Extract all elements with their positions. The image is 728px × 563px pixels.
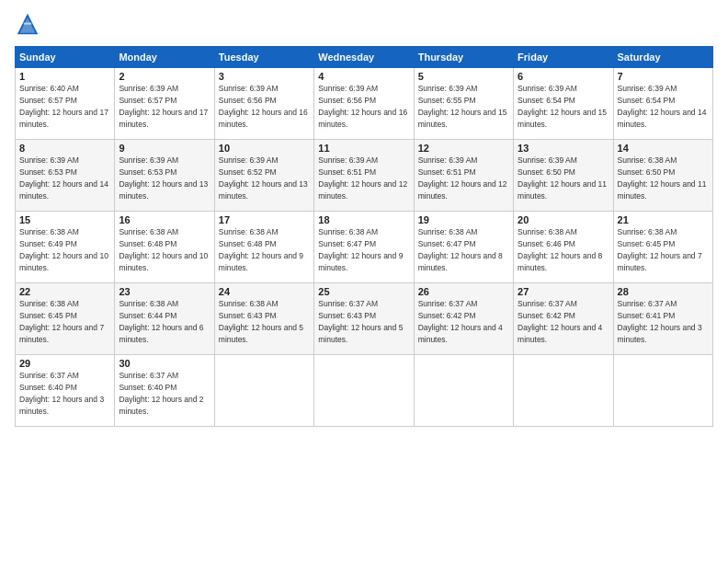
day-info: Sunrise: 6:37 AMSunset: 6:41 PMDaylight:…	[618, 299, 702, 344]
calendar-cell: 23 Sunrise: 6:38 AMSunset: 6:44 PMDaylig…	[115, 283, 214, 355]
calendar-cell: 2 Sunrise: 6:39 AMSunset: 6:57 PMDayligh…	[115, 68, 214, 140]
day-info: Sunrise: 6:39 AMSunset: 6:54 PMDaylight:…	[618, 84, 707, 129]
calendar-week-row: 8 Sunrise: 6:39 AMSunset: 6:53 PMDayligh…	[16, 140, 713, 212]
calendar-day-header: Thursday	[414, 47, 513, 68]
calendar-day-header: Monday	[115, 47, 214, 68]
day-info: Sunrise: 6:39 AMSunset: 6:51 PMDaylight:…	[418, 155, 507, 201]
day-info: Sunrise: 6:38 AMSunset: 6:47 PMDaylight:…	[318, 227, 403, 272]
calendar-cell: 15 Sunrise: 6:38 AMSunset: 6:49 PMDaylig…	[16, 212, 115, 283]
day-number: 20	[518, 214, 609, 225]
logo	[15, 11, 46, 37]
day-info: Sunrise: 6:39 AMSunset: 6:56 PMDaylight:…	[219, 84, 308, 129]
logo-icon	[15, 11, 40, 37]
day-info: Sunrise: 6:39 AMSunset: 6:55 PMDaylight:…	[418, 84, 507, 129]
day-info: Sunrise: 6:39 AMSunset: 6:53 PMDaylight:…	[19, 155, 108, 201]
calendar-cell: 9 Sunrise: 6:39 AMSunset: 6:53 PMDayligh…	[115, 140, 214, 212]
day-number: 18	[318, 214, 409, 225]
day-info: Sunrise: 6:38 AMSunset: 6:44 PMDaylight:…	[119, 299, 203, 344]
calendar-cell: 26 Sunrise: 6:37 AMSunset: 6:42 PMDaylig…	[414, 283, 513, 355]
calendar-day-header: Sunday	[16, 47, 115, 68]
day-number: 25	[318, 286, 409, 297]
calendar-day-header: Saturday	[613, 47, 712, 68]
calendar-cell: 28 Sunrise: 6:37 AMSunset: 6:41 PMDaylig…	[613, 283, 712, 355]
day-number: 15	[19, 214, 110, 225]
calendar-week-row: 22 Sunrise: 6:38 AMSunset: 6:45 PMDaylig…	[16, 283, 713, 355]
calendar-cell	[214, 355, 313, 427]
day-number: 6	[518, 71, 609, 82]
page-header	[15, 11, 713, 37]
day-number: 5	[418, 71, 509, 82]
day-number: 1	[19, 71, 110, 82]
calendar-header-row: SundayMondayTuesdayWednesdayThursdayFrid…	[16, 47, 713, 68]
day-number: 22	[19, 286, 110, 297]
calendar-cell: 4 Sunrise: 6:39 AMSunset: 6:56 PMDayligh…	[314, 68, 414, 140]
day-number: 26	[418, 286, 509, 297]
day-info: Sunrise: 6:38 AMSunset: 6:48 PMDaylight:…	[219, 227, 303, 272]
day-info: Sunrise: 6:39 AMSunset: 6:52 PMDaylight:…	[219, 155, 308, 201]
day-info: Sunrise: 6:37 AMSunset: 6:42 PMDaylight:…	[518, 299, 602, 344]
calendar-cell: 27 Sunrise: 6:37 AMSunset: 6:42 PMDaylig…	[514, 283, 613, 355]
calendar-cell: 3 Sunrise: 6:39 AMSunset: 6:56 PMDayligh…	[214, 68, 313, 140]
day-number: 8	[19, 143, 110, 154]
day-info: Sunrise: 6:39 AMSunset: 6:50 PMDaylight:…	[518, 155, 607, 201]
calendar-cell: 6 Sunrise: 6:39 AMSunset: 6:54 PMDayligh…	[514, 68, 613, 140]
calendar-cell: 17 Sunrise: 6:38 AMSunset: 6:48 PMDaylig…	[214, 212, 313, 283]
day-info: Sunrise: 6:39 AMSunset: 6:53 PMDaylight:…	[119, 155, 208, 201]
calendar-cell	[613, 355, 712, 427]
calendar-cell: 25 Sunrise: 6:37 AMSunset: 6:43 PMDaylig…	[314, 283, 414, 355]
day-info: Sunrise: 6:37 AMSunset: 6:42 PMDaylight:…	[418, 299, 503, 344]
day-number: 17	[219, 214, 310, 225]
calendar-cell: 11 Sunrise: 6:39 AMSunset: 6:51 PMDaylig…	[314, 140, 414, 212]
calendar-cell: 24 Sunrise: 6:38 AMSunset: 6:43 PMDaylig…	[214, 283, 313, 355]
calendar-cell: 20 Sunrise: 6:38 AMSunset: 6:46 PMDaylig…	[514, 212, 613, 283]
calendar-day-header: Wednesday	[314, 47, 414, 68]
day-info: Sunrise: 6:39 AMSunset: 6:51 PMDaylight:…	[318, 155, 407, 201]
day-number: 12	[418, 143, 509, 154]
calendar-cell: 19 Sunrise: 6:38 AMSunset: 6:47 PMDaylig…	[414, 212, 513, 283]
day-number: 10	[219, 143, 310, 154]
day-number: 14	[618, 143, 709, 154]
calendar-cell: 1 Sunrise: 6:40 AMSunset: 6:57 PMDayligh…	[16, 68, 115, 140]
day-number: 13	[518, 143, 609, 154]
calendar-cell: 5 Sunrise: 6:39 AMSunset: 6:55 PMDayligh…	[414, 68, 513, 140]
day-number: 29	[19, 358, 110, 369]
calendar-cell: 7 Sunrise: 6:39 AMSunset: 6:54 PMDayligh…	[613, 68, 712, 140]
day-info: Sunrise: 6:37 AMSunset: 6:40 PMDaylight:…	[119, 371, 203, 416]
calendar-cell: 12 Sunrise: 6:39 AMSunset: 6:51 PMDaylig…	[414, 140, 513, 212]
calendar-cell: 16 Sunrise: 6:38 AMSunset: 6:48 PMDaylig…	[115, 212, 214, 283]
day-info: Sunrise: 6:39 AMSunset: 6:57 PMDaylight:…	[119, 84, 208, 129]
calendar-week-row: 15 Sunrise: 6:38 AMSunset: 6:49 PMDaylig…	[16, 212, 713, 283]
day-info: Sunrise: 6:38 AMSunset: 6:43 PMDaylight:…	[219, 299, 303, 344]
calendar-cell: 29 Sunrise: 6:37 AMSunset: 6:40 PMDaylig…	[16, 355, 115, 427]
calendar-cell	[514, 355, 613, 427]
day-info: Sunrise: 6:39 AMSunset: 6:54 PMDaylight:…	[518, 84, 607, 129]
calendar-day-header: Tuesday	[214, 47, 313, 68]
day-number: 24	[219, 286, 310, 297]
calendar-week-row: 1 Sunrise: 6:40 AMSunset: 6:57 PMDayligh…	[16, 68, 713, 140]
day-number: 7	[618, 71, 709, 82]
calendar-cell: 18 Sunrise: 6:38 AMSunset: 6:47 PMDaylig…	[314, 212, 414, 283]
calendar-cell: 22 Sunrise: 6:38 AMSunset: 6:45 PMDaylig…	[16, 283, 115, 355]
calendar-cell: 14 Sunrise: 6:38 AMSunset: 6:50 PMDaylig…	[613, 140, 712, 212]
day-info: Sunrise: 6:38 AMSunset: 6:45 PMDaylight:…	[618, 227, 702, 272]
day-info: Sunrise: 6:38 AMSunset: 6:47 PMDaylight:…	[418, 227, 503, 272]
calendar-cell: 13 Sunrise: 6:39 AMSunset: 6:50 PMDaylig…	[514, 140, 613, 212]
calendar-cell: 8 Sunrise: 6:39 AMSunset: 6:53 PMDayligh…	[16, 140, 115, 212]
day-info: Sunrise: 6:38 AMSunset: 6:48 PMDaylight:…	[119, 227, 208, 272]
day-info: Sunrise: 6:37 AMSunset: 6:43 PMDaylight:…	[318, 299, 403, 344]
day-number: 23	[119, 286, 210, 297]
day-number: 11	[318, 143, 409, 154]
calendar-week-row: 29 Sunrise: 6:37 AMSunset: 6:40 PMDaylig…	[16, 355, 713, 427]
day-number: 21	[618, 214, 709, 225]
day-number: 19	[418, 214, 509, 225]
calendar-day-header: Friday	[514, 47, 613, 68]
calendar-cell	[414, 355, 513, 427]
day-number: 16	[119, 214, 210, 225]
calendar-cell: 21 Sunrise: 6:38 AMSunset: 6:45 PMDaylig…	[613, 212, 712, 283]
calendar-cell	[314, 355, 414, 427]
svg-rect-2	[24, 23, 31, 25]
day-info: Sunrise: 6:39 AMSunset: 6:56 PMDaylight:…	[318, 84, 407, 129]
day-info: Sunrise: 6:38 AMSunset: 6:49 PMDaylight:…	[19, 227, 108, 272]
day-number: 3	[219, 71, 310, 82]
day-number: 30	[119, 358, 210, 369]
